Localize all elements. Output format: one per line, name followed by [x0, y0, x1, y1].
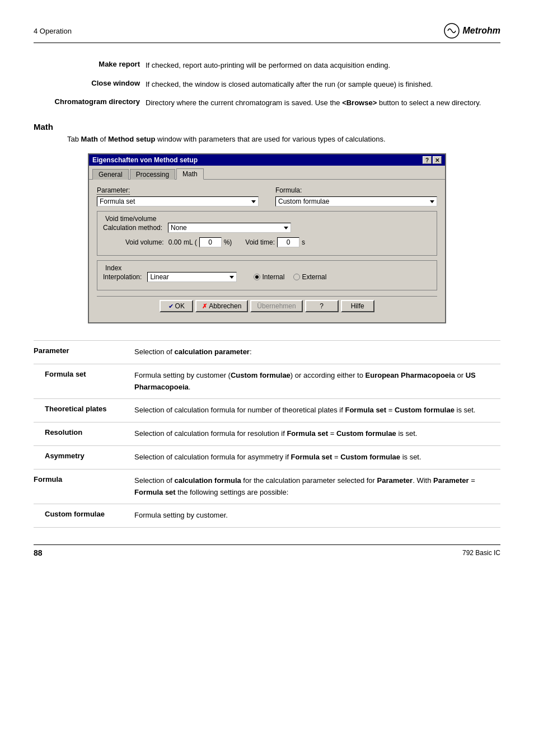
parameter-select-arrow — [251, 200, 256, 203]
index-legend: Index — [103, 264, 431, 272]
page-number: 88 — [34, 548, 43, 557]
metrohm-logo-icon — [443, 22, 460, 39]
top-definitions: Make report If checked, report auto-prin… — [34, 60, 500, 109]
page: 4 Operation Metrohm Make report If check… — [0, 0, 534, 756]
formula-select-arrow — [430, 200, 434, 203]
param-desc-formula: Selection of calculation formula for the… — [134, 475, 500, 499]
index-fieldset: Index Interpolation: Linear Internal — [97, 260, 437, 290]
void-time-unit: s — [302, 238, 305, 246]
param-row-formula: Formula Selection of calculation formula… — [34, 469, 500, 504]
dialog-window: Eigenschaften von Method setup ? ✕ Gener… — [88, 153, 446, 323]
def-row-close-window: Close window If checked, the window is c… — [34, 79, 500, 90]
param-row-formula-set: Formula set Formula setting by customer … — [34, 364, 500, 399]
radio-external[interactable]: External — [293, 273, 326, 281]
math-intro: Tab Math of Method setup window with par… — [34, 134, 500, 145]
formula-label: Formula: — [275, 186, 302, 194]
uebernehmen-button[interactable]: Übernehmen — [250, 300, 302, 312]
dialog-title: Eigenschaften von Method setup — [92, 156, 198, 164]
void-time-label: Void time: — [245, 238, 275, 246]
param-term-asymmetry: Asymmetry — [34, 452, 134, 463]
checkmark-icon: ✔ — [168, 303, 174, 310]
dialog-titlebar: Eigenschaften von Method setup ? ✕ — [89, 154, 445, 166]
param-desc-custom-formulae: Formula setting by customer. — [134, 510, 500, 522]
void-vol-unit: mL ( — [184, 238, 197, 246]
doc-title: 792 Basic IC — [462, 549, 500, 557]
calc-method-label: Calculation method: — [103, 224, 162, 232]
param-row-asymmetry: Asymmetry Selection of calculation formu… — [34, 445, 500, 469]
calc-method-arrow — [284, 227, 288, 229]
interp-select[interactable]: Linear — [147, 272, 237, 282]
def-term-make-report: Make report — [34, 60, 146, 71]
dialog-question-button[interactable]: ? — [305, 300, 339, 312]
abbrechen-button[interactable]: ✗ Abbrechen — [195, 300, 248, 312]
tab-processing[interactable]: Processing — [130, 169, 175, 180]
def-row-chrom-dir: Chromatogram directory Directory where t… — [34, 97, 500, 109]
hilfe-button[interactable]: Hilfe — [341, 300, 374, 312]
dialog-body: Parameter: Formula set Formula: Custom f… — [89, 180, 445, 322]
void-vol-pct-input[interactable]: 0 — [199, 237, 222, 247]
tab-general[interactable]: General — [92, 169, 129, 180]
def-desc-chrom-dir: Directory where the current chromatogram… — [146, 97, 500, 109]
param-desc-theoretical-plates: Selection of calculation formula for num… — [134, 405, 500, 416]
chapter-label: 4 Operation — [34, 27, 72, 35]
parameter-select[interactable]: Formula set — [97, 196, 259, 206]
dialog-tabs: General Processing Math — [89, 166, 445, 180]
param-section: Parameter Selection of calculation param… — [34, 340, 500, 528]
param-desc-resolution: Selection of calculation formula for res… — [134, 428, 500, 440]
def-term-close-window: Close window — [34, 79, 146, 90]
param-term-resolution: Resolution — [34, 428, 134, 440]
math-heading-container: Math — [34, 122, 500, 132]
void-vol-value: 0.00 — [168, 238, 181, 246]
interp-select-arrow — [229, 276, 234, 279]
param-formula-row: Parameter: Formula set Formula: Custom f… — [97, 186, 437, 206]
param-term-parameter: Parameter — [34, 346, 134, 358]
calc-method-select[interactable]: None — [168, 223, 291, 233]
math-heading: Math — [34, 122, 53, 132]
radio-internal[interactable]: Internal — [254, 273, 284, 281]
radio-external-label: External — [302, 273, 326, 281]
param-row-custom-formulae: Custom formulae Formula setting by custo… — [34, 504, 500, 528]
dialog-titlebar-buttons: ? ✕ — [423, 156, 442, 164]
void-legend: Void time/volume — [103, 215, 431, 223]
param-desc-asymmetry: Selection of calculation formula for asy… — [134, 452, 500, 463]
void-vol-label: Void volume: — [125, 238, 164, 246]
formula-select[interactable]: Custom formulae — [275, 196, 437, 206]
interp-label: Interpolation: — [103, 273, 142, 281]
param-term-formula-set: Formula set — [34, 370, 134, 393]
param-term-formula: Formula — [34, 475, 134, 499]
radio-internal-label: Internal — [262, 273, 284, 281]
dialog-close-btn[interactable]: ✕ — [433, 156, 442, 164]
void-vol-pct-unit: %) — [224, 238, 232, 246]
radio-internal-circle — [254, 274, 260, 280]
void-time-input[interactable]: 0 — [277, 237, 299, 247]
def-desc-close-window: If checked, the window is closed automat… — [146, 79, 500, 90]
logo-area: Metrohm — [443, 22, 500, 39]
tab-math[interactable]: Math — [176, 168, 204, 180]
void-vol-row: Void volume: 0.00 mL ( 0 %) Void time: 0… — [103, 237, 431, 247]
calc-method-row: Calculation method: None — [103, 223, 431, 233]
param-row-parameter: Parameter Selection of calculation param… — [34, 340, 500, 364]
void-fieldset: Void time/volume Calculation method: Non… — [97, 211, 437, 256]
radio-external-circle — [293, 274, 300, 280]
param-term-theoretical-plates: Theoretical plates — [34, 405, 134, 416]
index-row: Interpolation: Linear Internal External — [103, 272, 431, 282]
dialog-footer: ✔ OK ✗ Abbrechen Übernehmen ? Hilfe — [97, 296, 437, 316]
param-term-custom-formulae: Custom formulae — [34, 510, 134, 522]
parameter-label: Parameter: — [97, 186, 130, 194]
param-row-resolution: Resolution Selection of calculation form… — [34, 422, 500, 445]
def-desc-make-report: If checked, report auto-printing will be… — [146, 60, 500, 71]
param-row-theoretical-plates: Theoretical plates Selection of calculat… — [34, 398, 500, 422]
ok-button[interactable]: ✔ OK — [160, 300, 193, 312]
def-term-chrom-dir: Chromatogram directory — [34, 97, 146, 109]
param-desc-parameter: Selection of calculation parameter: — [134, 346, 500, 358]
metrohm-logo-text: Metrohm — [462, 26, 500, 36]
page-header: 4 Operation Metrohm — [34, 22, 500, 43]
param-desc-formula-set: Formula setting by customer (Custom form… — [134, 370, 500, 393]
page-footer: 88 792 Basic IC — [34, 544, 500, 557]
x-icon: ✗ — [202, 303, 207, 310]
def-row-make-report: Make report If checked, report auto-prin… — [34, 60, 500, 71]
dialog-help-btn[interactable]: ? — [423, 156, 432, 164]
